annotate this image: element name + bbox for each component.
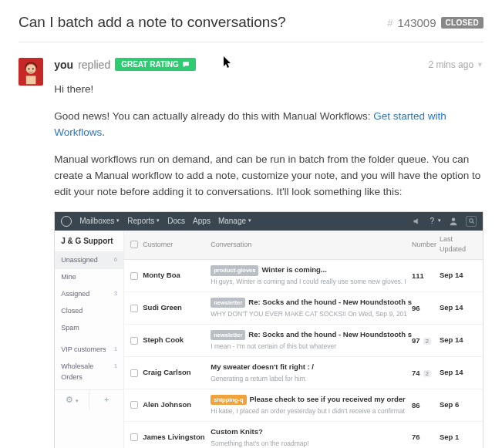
- app-logo-icon: [61, 216, 72, 227]
- sidebar-item[interactable]: VIP customers1: [55, 342, 123, 359]
- msg-p3: Manual workflows run on demand, and can …: [54, 152, 483, 200]
- row-checkbox[interactable]: [130, 369, 138, 377]
- chevron-down-icon: ▼: [477, 61, 483, 69]
- sidebar-item[interactable]: Wholesale Orders1: [55, 359, 123, 386]
- row-checkbox[interactable]: [130, 433, 138, 441]
- svg-point-5: [452, 217, 456, 221]
- msg-p1: Hi there!: [54, 82, 483, 98]
- page-title: Can I batch add a note to conversations?: [19, 14, 285, 31]
- ticket-hash: #: [387, 17, 393, 29]
- svg-point-6: [469, 219, 473, 223]
- sound-icon[interactable]: [413, 217, 422, 226]
- row-checkbox[interactable]: [130, 401, 138, 409]
- sidebar-add-icon[interactable]: +: [89, 390, 123, 409]
- sidebar-gear-icon[interactable]: ⚙ ▾: [55, 390, 89, 409]
- sidebar-item[interactable]: Unassigned6: [55, 252, 123, 269]
- table-row[interactable]: James LivingstonCustom Knits?Something t…: [124, 422, 483, 448]
- nav-manage[interactable]: Manage▾: [218, 215, 251, 227]
- user-icon[interactable]: [449, 217, 458, 226]
- col-updated[interactable]: Last Updated: [440, 234, 477, 256]
- sidebar-item[interactable]: Spam: [55, 320, 123, 337]
- col-customer[interactable]: Customer: [143, 240, 211, 251]
- avatar: [19, 58, 43, 86]
- nav-reports[interactable]: Reports▾: [127, 215, 160, 227]
- msg-p2: Good news! You can actually already do t…: [54, 109, 483, 141]
- col-number[interactable]: Number: [412, 240, 440, 251]
- nav-apps[interactable]: Apps: [193, 215, 211, 227]
- rating-badge: GREAT RATING: [115, 58, 196, 71]
- author-name: you: [54, 59, 73, 71]
- row-checkbox[interactable]: [130, 272, 138, 280]
- row-checkbox[interactable]: [130, 305, 138, 312]
- timestamp[interactable]: 2 mins ago ▼: [428, 59, 483, 70]
- search-icon[interactable]: [466, 216, 477, 227]
- table-row[interactable]: Sudi GreennewsletterRe: Socks and the ho…: [124, 292, 483, 325]
- svg-point-3: [28, 68, 29, 69]
- svg-line-7: [472, 222, 473, 224]
- cursor-icon: [224, 56, 233, 72]
- svg-point-4: [32, 68, 34, 69]
- sidebar-item[interactable]: Assigned3: [55, 286, 123, 303]
- nav-mailboxes[interactable]: Mailboxes▾: [79, 215, 120, 227]
- author-action: replied: [78, 59, 110, 71]
- col-conversation[interactable]: Conversation: [211, 240, 412, 251]
- mailbox-title: J & G Support: [55, 231, 123, 253]
- embedded-screenshot: Mailboxes▾ Reports▾ Docs Apps Manage▾ ?▾: [54, 211, 483, 448]
- table-row[interactable]: Steph CooknewsletterRe: Socks and the ho…: [124, 325, 483, 357]
- row-checkbox[interactable]: [130, 337, 138, 345]
- table-row[interactable]: Monty Boaproduct-glovesWinter is coming.…: [124, 260, 483, 292]
- status-badge: CLOSED: [441, 17, 483, 29]
- nav-docs[interactable]: Docs: [167, 215, 185, 227]
- svg-rect-2: [26, 76, 36, 84]
- help-icon[interactable]: ?▾: [430, 215, 441, 227]
- table-row[interactable]: Alen Johnsonshipping-qPlease check to se…: [124, 389, 483, 422]
- sidebar-item[interactable]: Closed: [55, 303, 123, 320]
- chat-icon: [182, 61, 190, 69]
- sidebar-item[interactable]: Mine: [55, 269, 123, 286]
- select-all-checkbox[interactable]: [130, 241, 138, 248]
- table-row[interactable]: Craig CarlsonMy sweater doesn't fit righ…: [124, 357, 483, 389]
- ticket-number: 143009: [397, 16, 436, 29]
